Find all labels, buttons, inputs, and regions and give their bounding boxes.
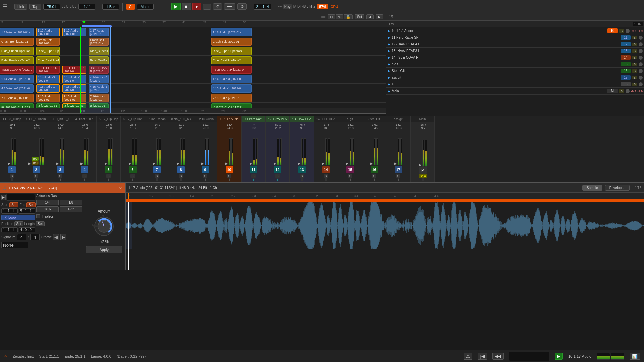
ch-number[interactable]: 4 [81, 166, 88, 173]
key-mode-icon[interactable]: Key [283, 4, 292, 9]
stop-button[interactable]: ■ [182, 3, 191, 10]
play-icon[interactable]: ▶ [177, 162, 180, 165]
clip[interactable]: Crash Bolt [2021-01- [211, 38, 252, 46]
start-value[interactable]: 1 . 1 . 1 [1, 208, 18, 214]
play-icon[interactable]: ▶ [298, 162, 301, 165]
clip[interactable]: 4 15-Audio-1 [2021-0 [211, 84, 252, 93]
clip[interactable]: Ride_SuperDuperTap [0, 47, 34, 55]
add-button[interactable]: + [203, 4, 211, 10]
end-value[interactable]: 5 . 1 . 1 [19, 208, 35, 214]
ch-mute-button[interactable]: S [348, 174, 352, 178]
clip[interactable]: Crash Bolt [2021-01- [36, 38, 60, 46]
end-set-button[interactable]: Set [26, 202, 36, 207]
ch-number[interactable]: 9 [202, 166, 209, 173]
apply-button[interactable]: Apply [86, 246, 122, 253]
groove-value-input[interactable] [1, 242, 28, 248]
clip[interactable]: -ISLE COAA R [2021-0 [211, 66, 252, 74]
clip[interactable]: Ride_RealNiceTape2 [36, 56, 60, 64]
ch-mute-button[interactable]: S [300, 174, 304, 178]
clip[interactable]: 7 16-Audio [2021-01- [211, 94, 252, 102]
track-play-icon[interactable]: ▶ [388, 49, 390, 53]
ch-number[interactable]: 15 [346, 166, 354, 173]
ch-mute-button[interactable]: S [106, 174, 110, 178]
waveform-display[interactable] [126, 202, 644, 270]
ch-number[interactable]: 1 [8, 166, 16, 173]
triplet-checkbox[interactable] [36, 214, 40, 218]
envelopes-tab[interactable]: Envelopes [605, 185, 630, 191]
play-icon[interactable]: ▶ [56, 162, 59, 165]
clip[interactable]: Ride_RealNiceTape2 [0, 56, 34, 64]
clip-close-button[interactable]: ✕ [119, 186, 122, 191]
ch-number[interactable]: 8 [177, 166, 185, 173]
ch-mute-button[interactable]: S [155, 174, 159, 178]
clip[interactable]: 4 14-Audio-3 [2021-0 [36, 75, 60, 83]
play-icon[interactable]: ▶ [80, 162, 83, 165]
solo-button[interactable]: Solo [419, 174, 427, 178]
ch-mute-button[interactable]: S [179, 174, 183, 178]
track-play-icon[interactable]: ▶ [388, 82, 390, 86]
track-play-icon[interactable]: ▶ [388, 56, 390, 59]
ch-number[interactable]: 10 [226, 166, 233, 173]
clip[interactable]: 7 16-Audio [2021-01- [0, 94, 34, 102]
position-set-button[interactable]: Set [14, 221, 23, 226]
ch-mute-button[interactable]: S [203, 174, 207, 178]
ch-mute-button[interactable]: S [34, 174, 38, 178]
ch-number[interactable]: 11 [250, 166, 257, 173]
play-icon[interactable]: ▶ [201, 162, 204, 165]
play-icon[interactable]: ▶ [105, 162, 107, 165]
ch-number[interactable]: 16 [371, 166, 378, 173]
metronome-button[interactable]: ⊙ [237, 3, 247, 10]
set-view-button[interactable] [321, 16, 326, 18]
ch-mute-button[interactable]: S [10, 174, 14, 178]
ch-mute-button[interactable]: S [130, 174, 135, 178]
arr-icon2[interactable]: ✎ [336, 14, 343, 19]
play-icon[interactable]: ▶ [129, 162, 131, 165]
track-play-icon[interactable]: ▶ [388, 89, 390, 93]
track-play-icon[interactable]: ▶ [388, 76, 390, 79]
nav-left-button[interactable]: ◀ [366, 14, 374, 19]
clip[interactable]: 4 14-Audio-3 [2021-0 [211, 75, 252, 83]
clip-preview-button[interactable]: ▶ [1, 195, 6, 200]
track-play-icon[interactable]: ▶ [388, 42, 390, 46]
track-play-icon[interactable]: ▶ [388, 62, 390, 66]
transport-prev2-button[interactable]: |◀ [478, 353, 487, 360]
ch-number[interactable]: 7 [153, 166, 161, 173]
ch-number[interactable]: 5 [105, 166, 112, 173]
tempo-display[interactable]: 75.01 [43, 4, 60, 10]
scale-display[interactable]: Major [137, 4, 154, 10]
link-button[interactable]: Link [14, 4, 27, 10]
clip[interactable]: -ISLE COAA R [2021-0 [36, 66, 60, 74]
quantize-1-4-button[interactable]: 1/4 [36, 200, 59, 205]
loop-button[interactable]: ⟲ [213, 3, 222, 10]
ch-number[interactable]: 13 [298, 166, 306, 173]
ch-number[interactable]: 3 [57, 166, 64, 173]
time-sig-display[interactable]: 4 / 4 [78, 4, 95, 10]
nav-right-button[interactable]: ▶ [376, 14, 383, 19]
clip[interactable]: Ride_SuperDuperTap [211, 47, 252, 55]
track-play-icon[interactable]: ▶ [388, 29, 390, 33]
ch-mute-button[interactable]: S [324, 174, 328, 178]
loop-bar[interactable]: ⟲ Loop [1, 215, 35, 220]
length-value[interactable]: 4 . 0 . 0 [19, 227, 35, 232]
track-play-icon[interactable]: ▶ [388, 36, 390, 39]
ch-mute-button[interactable]: S [372, 174, 376, 178]
clip[interactable]: Ride_RealNiceTape2 [211, 56, 252, 64]
transport-rew-button[interactable]: ◀◀ [492, 353, 504, 360]
play-icon[interactable]: ▶ [370, 162, 373, 165]
play-icon[interactable]: ▶ [274, 162, 276, 165]
clip[interactable]: 1 17-Audio [2021-01- [36, 28, 60, 36]
clip[interactable]: 1 17-Audio [2021-01- [211, 28, 252, 36]
ch-mute-button[interactable]: S [227, 174, 231, 178]
track-play-icon[interactable]: ▶ [388, 69, 390, 73]
quantize-1-16-button[interactable]: 1/16 [36, 206, 59, 212]
hamburger-icon[interactable]: ☰ [3, 3, 7, 10]
clip[interactable]: 4 15-Audio-1 [2021-0 [0, 84, 34, 93]
play-icon[interactable]: ▶ [346, 162, 349, 165]
play-icon[interactable]: ▶ [225, 162, 228, 165]
play-icon[interactable]: ▶ [394, 162, 397, 165]
play-icon[interactable]: ▶ [28, 162, 31, 165]
clip[interactable]: Ride_SuperDuperTap [36, 47, 60, 55]
ch-mute-button[interactable]: S [82, 174, 86, 178]
clip[interactable]: 1 14-Audio-3 [2021-0 [0, 75, 34, 83]
ch-mute-button[interactable]: S [58, 174, 62, 178]
